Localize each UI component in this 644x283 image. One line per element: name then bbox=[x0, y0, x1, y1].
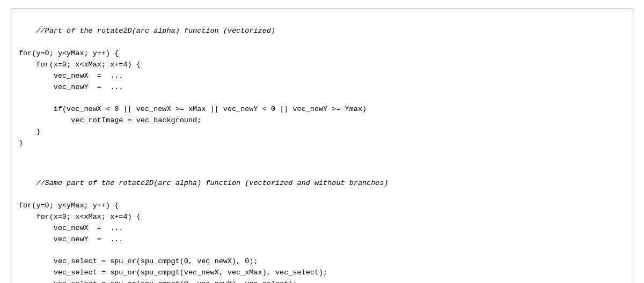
block1-body: for(y=0; y<yMax; y++) { for(x=0; x<xMax;… bbox=[19, 48, 625, 149]
block2-comment-line: //Same part of the rotate2D(arc alpha) f… bbox=[19, 167, 625, 200]
code-line: } bbox=[19, 138, 625, 149]
code-line: vec_newY = ... bbox=[19, 234, 625, 245]
code-line: vec_select = spu_or(spu_cmpgt(0, vec_new… bbox=[19, 256, 625, 267]
code-line: for(x=0; x<xMax; x+=4) { bbox=[19, 59, 625, 71]
code-line: vec_newY = ... bbox=[19, 82, 625, 93]
code-line: for(y=0; y<yMax; y++) { bbox=[19, 200, 625, 212]
block2-comment: //Same part of the rotate2D(arc alpha) f… bbox=[36, 179, 388, 187]
code-line: for(x=0; x<xMax; x+=4) { bbox=[19, 212, 625, 223]
block1-comment: //Part of the rotate2D(arc alpha) functi… bbox=[36, 27, 275, 35]
block-divider bbox=[19, 152, 625, 163]
code-line: if(vec_newX < 0 || vec_newX >= xMax || v… bbox=[19, 104, 625, 115]
code-line: vec_rotImage = vec_background; bbox=[19, 115, 625, 126]
code-block: //Part of the rotate2D(arc alpha) functi… bbox=[19, 14, 625, 48]
block2-body: for(y=0; y<yMax; y++) { for(x=0; x<xMax;… bbox=[19, 200, 625, 283]
code-line bbox=[19, 93, 625, 104]
code-line: } bbox=[19, 126, 625, 138]
code-container: //Part of the rotate2D(arc alpha) functi… bbox=[11, 9, 633, 283]
code-line: for(y=0; y<yMax; y++) { bbox=[19, 48, 625, 59]
code-line: vec_select = spu_or(spu_cmpgt(0, vec_new… bbox=[19, 279, 625, 283]
code-line: vec_newX = ... bbox=[19, 71, 625, 82]
code-line: vec_newX = ... bbox=[19, 223, 625, 234]
code-line: vec_select = spu_or(spu_cmpgt(vec_newX, … bbox=[19, 267, 625, 279]
code-line bbox=[19, 245, 625, 256]
